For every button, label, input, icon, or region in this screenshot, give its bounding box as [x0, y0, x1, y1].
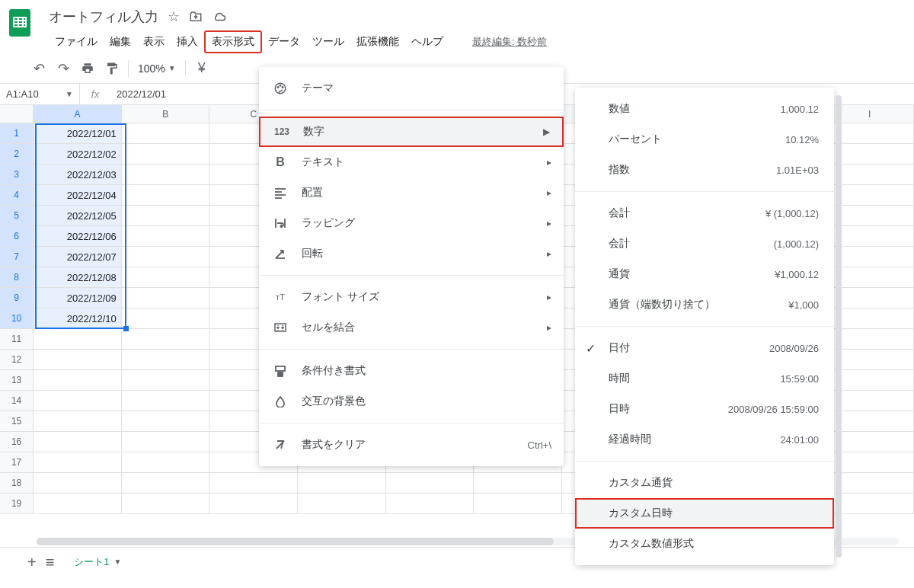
menu-help[interactable]: ヘルプ: [405, 32, 449, 52]
menu-conditional[interactable]: 条件付き書式: [259, 356, 564, 386]
row-header[interactable]: 5: [0, 206, 34, 225]
menu-file[interactable]: ファイル: [49, 32, 104, 52]
cell[interactable]: [122, 247, 210, 267]
menu-tools[interactable]: ツール: [306, 32, 350, 52]
cell[interactable]: [34, 473, 122, 493]
cell[interactable]: [122, 165, 210, 184]
drag-handle[interactable]: [123, 326, 129, 331]
cell[interactable]: 2022/12/08: [34, 267, 122, 287]
row-header[interactable]: 13: [0, 370, 34, 390]
cell[interactable]: 2022/12/09: [34, 288, 122, 308]
cell[interactable]: 2022/12/03: [34, 165, 122, 184]
sheet-tab-1[interactable]: シート1▼: [63, 549, 132, 577]
fmt-exp[interactable]: 指数1.01E+03: [575, 155, 834, 185]
row-header[interactable]: 4: [0, 185, 34, 205]
cell[interactable]: [122, 411, 210, 431]
cell[interactable]: [122, 308, 210, 328]
cell[interactable]: [386, 494, 475, 513]
row-header[interactable]: 15: [0, 411, 34, 431]
move-icon[interactable]: [189, 10, 203, 24]
redo-button[interactable]: ↷: [52, 57, 75, 80]
cell[interactable]: 2022/12/02: [34, 144, 122, 164]
row-header[interactable]: 3: [0, 165, 34, 184]
fmt-datetime[interactable]: 日時2008/09/26 15:59:00: [575, 394, 834, 424]
fmt-number[interactable]: 数値1,000.12: [575, 94, 834, 124]
cell[interactable]: [34, 329, 122, 349]
currency-button[interactable]: ¥: [190, 57, 213, 80]
cell[interactable]: [474, 473, 562, 493]
row-header[interactable]: 10: [0, 308, 34, 328]
row-header[interactable]: 1: [0, 123, 34, 143]
menu-alternating[interactable]: 交互の背景色: [259, 386, 564, 417]
cell[interactable]: 2022/12/10: [34, 308, 122, 328]
cell[interactable]: [122, 226, 210, 246]
row-header[interactable]: 17: [0, 452, 34, 472]
fmt-accounting-1[interactable]: 会計¥ (1,000.12): [575, 198, 834, 228]
row-header[interactable]: 16: [0, 432, 34, 452]
menu-insert[interactable]: 挿入: [171, 32, 204, 52]
cell[interactable]: 2022/12/04: [34, 185, 122, 205]
cell[interactable]: [122, 391, 210, 411]
cell[interactable]: [298, 473, 386, 493]
menu-number[interactable]: 123 数字 ▶: [259, 117, 564, 147]
cell[interactable]: 2022/12/06: [34, 226, 122, 246]
row-header[interactable]: 8: [0, 267, 34, 287]
fmt-time[interactable]: 時間15:59:00: [575, 363, 834, 394]
menu-clear-format[interactable]: 書式をクリア Ctrl+\: [259, 430, 564, 460]
cell[interactable]: [474, 494, 562, 513]
select-all-corner[interactable]: [0, 105, 34, 123]
cell[interactable]: 2022/12/07: [34, 247, 122, 267]
fmt-percent[interactable]: パーセント10.12%: [575, 124, 834, 155]
cell[interactable]: [122, 185, 210, 205]
menu-format[interactable]: 表示形式: [204, 30, 262, 53]
row-header[interactable]: 14: [0, 391, 34, 411]
undo-button[interactable]: ↶: [27, 57, 50, 80]
cell[interactable]: [122, 144, 210, 164]
col-header-a[interactable]: A: [34, 105, 122, 123]
cell[interactable]: [209, 473, 298, 493]
row-header[interactable]: 18: [0, 473, 34, 493]
fmt-custom-currency[interactable]: カスタム通貨: [575, 468, 834, 498]
cell[interactable]: [122, 267, 210, 287]
doc-title[interactable]: オートフィル入力: [49, 8, 158, 26]
menu-fontsize[interactable]: тT フォント サイズ ▸: [259, 282, 564, 312]
star-icon[interactable]: ☆: [168, 8, 180, 25]
cell[interactable]: [122, 370, 210, 390]
all-sheets-button[interactable]: ≡: [46, 554, 55, 571]
row-header[interactable]: 19: [0, 494, 34, 513]
cell[interactable]: [298, 494, 386, 513]
cell[interactable]: [122, 473, 210, 493]
fmt-custom-datetime[interactable]: カスタム日時: [575, 498, 834, 529]
cell[interactable]: [209, 494, 298, 513]
row-header[interactable]: 6: [0, 226, 34, 246]
menu-merge[interactable]: セルを結合 ▸: [259, 312, 564, 343]
cell[interactable]: [34, 391, 122, 411]
cell[interactable]: 2022/12/05: [34, 206, 122, 225]
add-sheet-button[interactable]: +: [27, 554, 37, 571]
row-header[interactable]: 2: [0, 144, 34, 164]
menu-wrap[interactable]: ラッピング ▸: [259, 208, 564, 238]
col-header-b[interactable]: B: [122, 105, 210, 123]
last-edit-link[interactable]: 最終編集: 数秒前: [472, 35, 547, 49]
cell[interactable]: [34, 432, 122, 452]
fmt-custom-number[interactable]: カスタム数値形式: [575, 529, 834, 559]
menu-theme[interactable]: テーマ: [259, 73, 564, 104]
menu-extensions[interactable]: 拡張機能: [350, 32, 405, 52]
row-header[interactable]: 12: [0, 350, 34, 369]
menu-data[interactable]: データ: [262, 32, 306, 52]
menu-text[interactable]: B テキスト ▸: [259, 147, 564, 177]
cell[interactable]: [386, 473, 475, 493]
cell[interactable]: [122, 329, 210, 349]
cell[interactable]: [122, 123, 210, 143]
row-header[interactable]: 7: [0, 247, 34, 267]
cell[interactable]: [122, 350, 210, 369]
cell[interactable]: [34, 411, 122, 431]
menu-edit[interactable]: 編集: [104, 32, 137, 52]
fmt-duration[interactable]: 経過時間24:01:00: [575, 424, 834, 455]
chevron-down-icon[interactable]: ▼: [114, 558, 122, 566]
cell[interactable]: [34, 350, 122, 369]
menu-rotate[interactable]: 回転 ▸: [259, 238, 564, 269]
fmt-accounting-2[interactable]: 会計(1,000.12): [575, 228, 834, 259]
cell[interactable]: [34, 452, 122, 472]
fmt-currency-round[interactable]: 通貨（端数切り捨て）¥1,000: [575, 289, 834, 320]
